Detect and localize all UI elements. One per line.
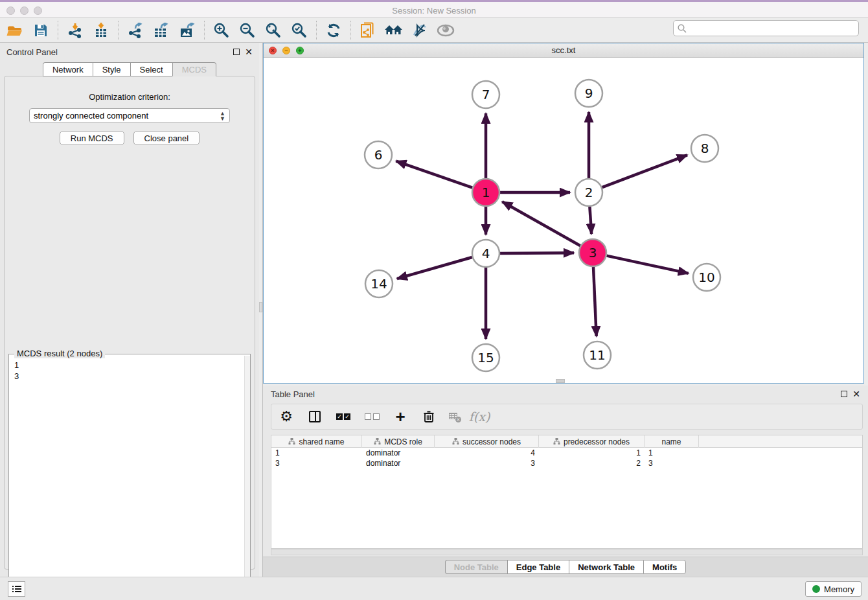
zoom-selected-icon[interactable] [288,21,310,40]
graph-node-15[interactable]: 15 [472,344,499,371]
search-box[interactable] [673,20,859,36]
zoom-out-icon[interactable] [236,21,258,40]
splitter-grip[interactable] [259,302,262,312]
export-table-icon[interactable] [150,21,172,40]
table-row[interactable]: 1dominator411 [271,448,862,458]
deselect-all-icon[interactable] [363,408,380,425]
svg-text:15: 15 [477,350,494,365]
mcds-result-text[interactable]: 1 3 [9,356,244,597]
delete-icon[interactable] [420,408,437,425]
export-network-icon[interactable] [124,21,146,40]
graph-node-14[interactable]: 14 [365,270,393,297]
table-cell[interactable]: dominator [362,458,435,468]
import-table-icon[interactable] [90,21,112,40]
zoom-in-icon[interactable] [211,21,233,40]
table-cell[interactable]: 1 [539,448,645,458]
horizontal-splitter-grip[interactable] [556,379,565,383]
graph-node-9[interactable]: 9 [575,80,602,107]
memory-button[interactable]: Memory [805,581,862,597]
graph-edge-1-6[interactable] [396,161,472,188]
graph-edge-3-1[interactable] [502,202,580,246]
export-image-icon[interactable] [176,21,198,40]
close-panel-icon[interactable]: ✕ [245,49,253,55]
graph-node-7[interactable]: 7 [472,81,499,108]
table-cell[interactable]: 4 [435,448,539,458]
network-canvas[interactable]: 7968124314101511 [264,58,863,383]
table-cell[interactable]: dominator [362,448,435,458]
graph-node-3[interactable]: 3 [579,239,606,266]
control-panel: Control Panel ✕ Network Style Select MCD… [0,43,259,577]
result-scrollbar[interactable] [244,356,250,595]
show-panel-icon[interactable] [435,21,457,40]
run-mcds-button[interactable]: Run MCDS [60,131,124,145]
home-icon[interactable] [383,21,405,40]
table-hscrollbar[interactable] [271,549,863,555]
zoom-fit-icon[interactable] [262,21,284,40]
window-title: Session: New Session [0,6,868,16]
select-stepper-icon: ▲▼ [220,111,225,121]
task-history-button[interactable] [8,581,25,597]
search-input[interactable] [689,22,858,35]
table-cell[interactable]: 3 [645,458,699,468]
column-layout-icon[interactable] [306,408,323,425]
control-panel-title: Control Panel [6,47,58,57]
table-cell[interactable]: 3 [271,458,362,468]
tab-style[interactable]: Style [93,62,130,76]
svg-text:7: 7 [482,87,490,102]
column-header-shared-name[interactable]: shared name [271,435,362,448]
table-cell[interactable]: 1 [271,448,362,458]
tab-mcds[interactable]: MCDS [172,62,216,76]
graph-node-1[interactable]: 1 [472,179,499,206]
network-graph[interactable]: 7968124314101511 [264,58,863,383]
graph-node-4[interactable]: 4 [472,240,499,267]
column-header-MCDS-role[interactable]: MCDS role [362,435,435,448]
graph-edge-2-3[interactable] [589,207,591,234]
table-cell[interactable]: 1 [645,448,699,458]
graph-node-11[interactable]: 11 [584,341,611,369]
toolbar-separator [204,21,205,40]
save-session-icon[interactable] [30,21,52,40]
svg-text:3: 3 [589,245,597,260]
table-cell[interactable]: 3 [435,458,539,468]
column-header-label: shared name [299,437,344,446]
open-file-icon[interactable] [4,21,26,40]
table-cell[interactable]: 2 [539,458,645,468]
graph-edge-3-10[interactable] [607,256,689,273]
optimization-criterion-select[interactable]: strongly connected component ▲▼ [29,108,230,123]
float-table-panel-icon[interactable] [841,391,847,397]
graph-edge-3-11[interactable] [593,267,597,336]
column-header-successor-nodes[interactable]: successor nodes [435,435,539,448]
graph-node-2[interactable]: 2 [575,179,602,206]
svg-text:4: 4 [482,246,490,261]
graph-node-10[interactable]: 10 [693,264,720,291]
node-table[interactable]: shared nameMCDS rolesuccessor nodesprede… [271,435,863,549]
column-header-label: predecessor nodes [564,437,630,446]
tab-network[interactable]: Network [43,62,93,76]
table-row[interactable]: 3dominator323 [271,458,862,468]
import-network-icon[interactable] [64,21,86,40]
new-network-icon[interactable] [357,21,379,40]
tab-motifs[interactable]: Motifs [643,560,686,574]
float-panel-icon[interactable] [233,49,240,55]
graph-node-8[interactable]: 8 [691,135,718,162]
graph-edge-4-3[interactable] [500,253,574,253]
close-panel-button[interactable]: Close panel [133,131,200,145]
svg-text:10: 10 [698,270,714,285]
graph-edge-2-8[interactable] [602,155,687,187]
tab-network-table[interactable]: Network Table [569,560,643,574]
add-column-icon[interactable]: + [392,408,409,425]
column-header-predecessor-nodes[interactable]: predecessor nodes [539,435,645,448]
gear-icon[interactable]: ⚙ [278,408,295,425]
tab-edge-table[interactable]: Edge Table [507,560,569,574]
tab-select[interactable]: Select [130,62,172,76]
refresh-layout-icon[interactable] [323,21,345,40]
tab-node-table[interactable]: Node Table [445,560,507,574]
graph-edge-4-14[interactable] [397,257,472,279]
column-header-name[interactable]: name [645,435,699,448]
table-toolbar: ⚙ ✓✓ + ✕ f(x) [271,404,863,430]
graph-node-6[interactable]: 6 [365,141,392,168]
hide-panel-icon[interactable] [409,21,431,40]
close-table-panel-icon[interactable]: ✕ [852,391,860,397]
network-window-titlebar[interactable]: × − + scc.txt [264,43,863,58]
select-all-icon[interactable]: ✓✓ [335,408,352,425]
